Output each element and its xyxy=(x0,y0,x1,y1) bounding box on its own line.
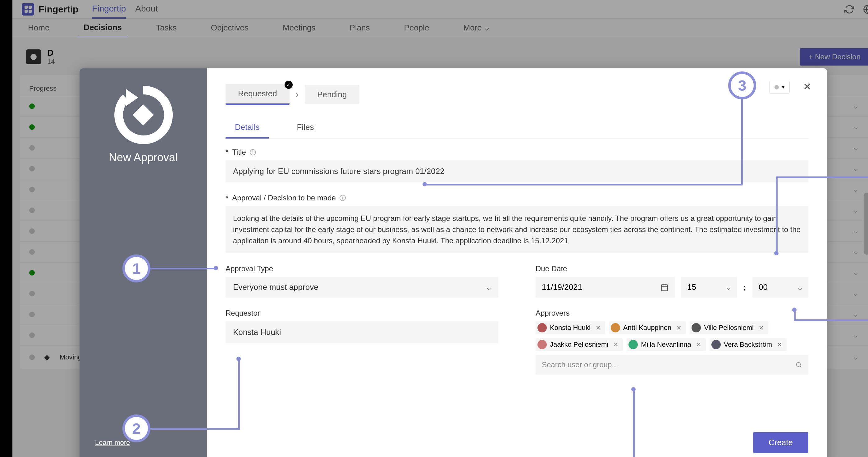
remove-approver-icon[interactable]: ✕ xyxy=(613,341,619,348)
chevron-down-icon: ▾ xyxy=(782,84,784,90)
svg-rect-4 xyxy=(133,104,154,125)
approver-chip: Vera Backström ✕ xyxy=(710,338,786,351)
approvers-chips: Konsta Huuki ✕ Antti Kauppinen ✕ Ville P… xyxy=(535,321,808,351)
label-approval-type: Approval Type xyxy=(225,264,273,273)
remove-approver-icon[interactable]: ✕ xyxy=(696,341,702,348)
approver-name: Jaakko Pellosniemi xyxy=(550,340,608,348)
approver-name: Konsta Huuki xyxy=(550,324,591,332)
approver-name: Ville Pellosniemi xyxy=(704,324,754,332)
approver-chip: Antti Kauppinen ✕ xyxy=(609,321,686,334)
approver-search-input[interactable]: Search user or group... xyxy=(535,355,808,375)
avatar xyxy=(611,323,620,332)
create-button[interactable]: Create xyxy=(753,432,808,453)
label-due-date: Due Date xyxy=(535,264,567,273)
stage-tabs: Requested ✓ › Pending xyxy=(225,84,808,105)
detail-tabs: Details Files xyxy=(225,117,808,139)
remove-approver-icon[interactable]: ✕ xyxy=(595,324,601,332)
approver-chip: Jaakko Pellosniemi ✕ xyxy=(535,338,623,351)
avatar xyxy=(537,323,547,332)
requestor-input[interactable] xyxy=(225,321,498,343)
svg-rect-5 xyxy=(661,284,668,291)
search-placeholder: Search user or group... xyxy=(542,360,618,369)
tab-files[interactable]: Files xyxy=(287,117,323,138)
label-title: Title xyxy=(232,148,246,157)
modal-title: New Approval xyxy=(109,151,178,164)
svg-point-9 xyxy=(797,363,801,367)
info-icon[interactable]: i xyxy=(250,149,256,155)
close-icon[interactable]: ✕ xyxy=(803,81,811,93)
approver-name: Vera Backström xyxy=(724,340,772,348)
label-description: Approval / Decision to be made xyxy=(232,193,336,202)
remove-approver-icon[interactable]: ✕ xyxy=(758,324,764,332)
search-icon xyxy=(795,361,802,368)
new-approval-modal: New Approval Learn more ✕ ▾ Requested ✓ … xyxy=(80,68,827,457)
chevron-down-icon: ⌵ xyxy=(798,283,802,292)
modal-body: ✕ ▾ Requested ✓ › Pending Details Files xyxy=(207,68,827,457)
avatar xyxy=(711,340,721,349)
due-date-value: 11/19/2021 xyxy=(542,282,582,292)
stage-requested-label: Requested xyxy=(238,89,277,98)
avatar xyxy=(691,323,701,332)
status-dropdown[interactable]: ▾ xyxy=(769,81,790,93)
title-input[interactable] xyxy=(225,160,808,182)
description-textarea[interactable]: Looking at the details of the upcoming E… xyxy=(225,206,808,253)
remove-approver-icon[interactable]: ✕ xyxy=(777,341,782,348)
callout-1: 1 xyxy=(122,254,150,282)
callout-2: 2 xyxy=(122,415,150,443)
svg-marker-3 xyxy=(126,89,138,106)
check-icon: ✓ xyxy=(285,81,293,89)
stage-pending-label: Pending xyxy=(317,90,347,99)
due-hour-value: 15 xyxy=(687,282,696,292)
stage-requested[interactable]: Requested ✓ xyxy=(225,84,289,105)
stage-pending[interactable]: Pending xyxy=(305,85,359,104)
approver-chip: Konsta Huuki ✕ xyxy=(535,321,605,334)
callout-3: 3 xyxy=(728,71,756,99)
tab-details[interactable]: Details xyxy=(225,117,269,139)
label-approvers: Approvers xyxy=(535,309,569,317)
required-star: * xyxy=(225,193,228,202)
chevron-down-icon: ⌵ xyxy=(726,283,731,292)
approval-type-value: Everyone must approve xyxy=(233,282,318,292)
approver-chip: Milla Nevanlinna ✕ xyxy=(627,338,706,351)
required-star: * xyxy=(225,148,228,157)
approver-chip: Ville Pellosniemi ✕ xyxy=(690,321,768,334)
time-colon: : xyxy=(743,282,746,293)
remove-approver-icon[interactable]: ✕ xyxy=(676,324,682,332)
svg-line-10 xyxy=(800,366,802,368)
approval-type-select[interactable]: Everyone must approve ⌵ xyxy=(225,277,498,298)
due-min-value: 00 xyxy=(758,282,768,292)
learn-more-link[interactable]: Learn more xyxy=(95,439,130,447)
due-hour-select[interactable]: 15 ⌵ xyxy=(681,277,737,298)
due-date-input[interactable]: 11/19/2021 xyxy=(535,277,675,298)
label-requestor: Requestor xyxy=(225,309,260,317)
approval-icon xyxy=(112,84,174,146)
info-icon[interactable]: i xyxy=(340,195,346,201)
avatar xyxy=(628,340,638,349)
chevron-down-icon: ⌵ xyxy=(487,283,491,292)
chevron-right-icon: › xyxy=(293,89,302,99)
status-indicator-icon xyxy=(774,85,779,89)
calendar-icon xyxy=(660,283,669,292)
due-min-select[interactable]: 00 ⌵ xyxy=(752,277,808,298)
approver-name: Antti Kauppinen xyxy=(623,324,671,332)
avatar xyxy=(537,340,547,349)
approver-name: Milla Nevanlinna xyxy=(641,340,691,348)
